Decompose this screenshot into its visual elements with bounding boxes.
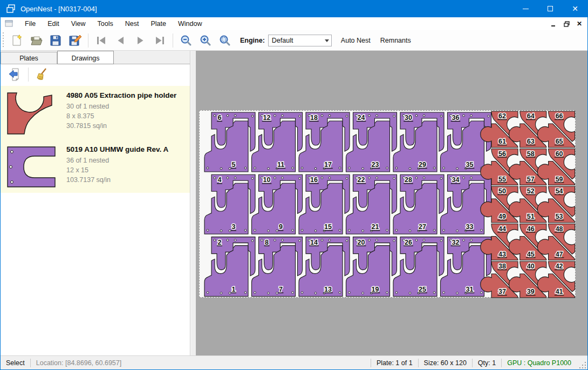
zoom-fit-icon[interactable]	[216, 32, 234, 49]
side-panel: Plates Drawings	[1, 51, 190, 355]
nested-part[interactable]	[346, 121, 390, 172]
nested-part[interactable]	[252, 183, 296, 234]
nested-part[interactable]	[393, 183, 437, 234]
part-number-label: 28	[405, 176, 412, 184]
auto-nest-button[interactable]: Auto Nest	[336, 33, 375, 48]
drawing-size: 12 x 15	[66, 165, 168, 175]
purple-pair-cell: 2827	[393, 174, 444, 234]
part-number-label: 8	[265, 239, 269, 246]
nested-part[interactable]	[204, 121, 248, 172]
clean-broom-icon[interactable]	[33, 66, 51, 83]
status-size: Size: 60 x 120	[419, 359, 472, 367]
tab-plates[interactable]: Plates	[1, 52, 57, 64]
part-number-label: 66	[556, 112, 563, 120]
part-number-label: 31	[466, 286, 474, 293]
maximize-button[interactable]	[538, 0, 563, 17]
part-number-label: 23	[372, 161, 379, 169]
engine-select[interactable]: Default	[268, 35, 332, 46]
part-number-label: 50	[498, 187, 506, 195]
drawing-nested-count: 36 of 1 nested	[66, 156, 168, 165]
part-number-label: 4	[218, 176, 222, 184]
part-number-label: 19	[372, 286, 379, 293]
part-number-label: 53	[556, 213, 563, 220]
menu-item-file[interactable]: File	[19, 18, 42, 30]
first-plate-icon[interactable]	[93, 32, 110, 49]
nested-part[interactable]	[252, 121, 296, 172]
purple-pair-cell: 2625	[393, 237, 444, 297]
part-number-label: 45	[527, 251, 535, 258]
part-number-label: 60	[556, 150, 563, 158]
part-number-label: 10	[263, 176, 271, 184]
nested-part[interactable]	[441, 246, 484, 297]
toolbar-separator	[173, 33, 173, 48]
status-bar: Select Location: [84.8696, 60.6957] Plat…	[1, 355, 587, 369]
toolbar-grip[interactable]	[2, 32, 5, 49]
part-number-label: 36	[452, 114, 460, 122]
menu-item-plate[interactable]: Plate	[145, 18, 172, 30]
menu-item-edit[interactable]: Edit	[42, 18, 65, 30]
nested-part[interactable]	[252, 246, 296, 297]
nested-part[interactable]	[441, 183, 484, 234]
mdi-restore-icon[interactable]	[560, 18, 572, 29]
menu-item-tools[interactable]: Tools	[92, 18, 119, 30]
previous-plate-icon[interactable]	[112, 32, 129, 49]
purple-pair-cell: 3029	[393, 112, 444, 172]
drawing-title: 4980 A05 Extraction pipe holder	[66, 91, 176, 99]
part-number-label: 58	[527, 150, 535, 158]
panel-splitter[interactable]	[191, 51, 196, 355]
close-button[interactable]: ✕	[563, 0, 587, 17]
zoom-in-icon[interactable]	[197, 32, 214, 49]
nested-part[interactable]	[346, 246, 390, 297]
part-number-label: 20	[358, 239, 365, 246]
plate-sheet: 6512111817242330293635431091615222128273…	[199, 110, 576, 298]
nested-part[interactable]	[393, 246, 437, 297]
nested-part[interactable]	[204, 246, 248, 297]
part-number-label: 56	[498, 150, 506, 158]
mdi-close-icon[interactable]: ✕	[573, 18, 585, 29]
part-number-label: 34	[452, 176, 460, 184]
minimize-button[interactable]	[513, 0, 538, 17]
nested-part[interactable]	[299, 246, 343, 297]
nested-part[interactable]	[441, 121, 484, 172]
part-number-label: 12	[263, 114, 271, 122]
drawing-item-1[interactable]: 5019 A10 UHMW guide Rev. A 36 of 1 neste…	[1, 140, 190, 193]
engine-label: Engine:	[240, 37, 265, 44]
part-number-label: 46	[527, 225, 535, 233]
part-number-label: 61	[498, 138, 506, 145]
save-as-icon[interactable]	[66, 32, 84, 49]
part-number-label: 40	[527, 263, 535, 270]
import-drawing-icon[interactable]	[6, 66, 23, 83]
mdi-document-icon[interactable]	[5, 20, 13, 28]
drawing-info: 4980 A05 Extraction pipe holder 30 of 1 …	[60, 91, 176, 136]
purple-pair-cell: 1817	[299, 112, 350, 172]
open-folder-icon[interactable]	[28, 32, 45, 49]
chevron-down-icon	[325, 39, 329, 42]
menu-item-view[interactable]: View	[65, 18, 92, 30]
nested-part[interactable]	[346, 183, 390, 234]
save-icon[interactable]	[47, 32, 64, 49]
drawing-item-0[interactable]: 4980 A05 Extraction pipe holder 30 of 1 …	[1, 86, 190, 140]
main-area: Plates Drawings	[1, 51, 587, 355]
resize-grip[interactable]	[579, 361, 586, 369]
part-number-label: 65	[556, 138, 563, 145]
part-number-label: 24	[358, 114, 365, 122]
last-plate-icon[interactable]	[151, 32, 168, 49]
zoom-out-icon[interactable]	[177, 32, 195, 49]
nesting-canvas[interactable]: 6512111817242330293635431091615222128273…	[196, 51, 587, 355]
title-bar[interactable]: OpenNest - [N0317-004] ✕	[1, 0, 587, 17]
remnants-button[interactable]: Remnants	[375, 33, 416, 48]
nested-part[interactable]	[299, 121, 343, 172]
next-plate-icon[interactable]	[132, 32, 149, 49]
part-number-label: 27	[419, 223, 426, 231]
menu-item-nest[interactable]: Nest	[119, 18, 145, 30]
tab-drawings[interactable]: Drawings	[57, 51, 114, 64]
new-document-icon[interactable]	[8, 32, 25, 49]
nested-part[interactable]	[299, 183, 343, 234]
main-toolbar: Engine: Default Auto Nest Remnants	[1, 30, 587, 51]
nested-part[interactable]	[393, 121, 437, 172]
mdi-minimize-icon[interactable]	[548, 18, 559, 29]
drawings-toolbar	[1, 64, 190, 85]
part-number-label: 55	[498, 176, 506, 183]
nested-part[interactable]	[204, 183, 248, 234]
menu-item-window[interactable]: Window	[172, 18, 208, 30]
